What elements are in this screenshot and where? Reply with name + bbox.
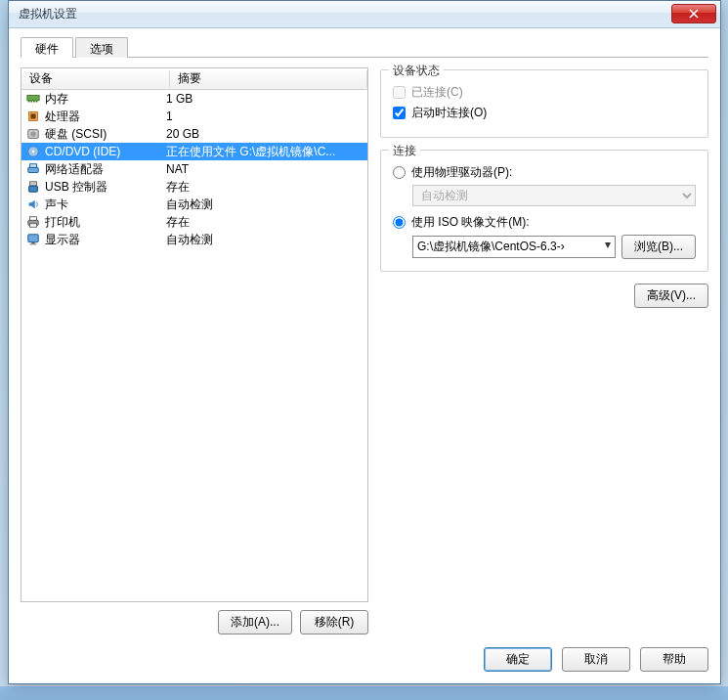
svg-rect-1: [28, 101, 30, 103]
hardware-row[interactable]: 打印机存在: [21, 213, 367, 231]
connected-checkbox[interactable]: [393, 86, 406, 99]
hardware-row[interactable]: 声卡自动检测: [21, 196, 367, 213]
cd-icon: [25, 144, 41, 159]
physical-radio[interactable]: [393, 166, 406, 179]
tab-hardware[interactable]: 硬件: [21, 37, 73, 58]
hardware-list-pane: 设备 摘要 内存1 GB处理器1硬盘 (SCSI)20 GBCD/DVD (ID…: [21, 67, 368, 634]
add-hardware-button[interactable]: 添加(A)...: [218, 610, 292, 634]
poweron-checkbox-row[interactable]: 启动时连接(O): [393, 105, 696, 121]
iso-radio[interactable]: [393, 216, 406, 229]
table-header: 设备 摘要: [21, 68, 367, 90]
connected-label: 已连接(C): [411, 84, 463, 101]
hardware-buttons: 添加(A)... 移除(R): [21, 610, 368, 634]
device-summary: 1: [166, 109, 364, 123]
vm-settings-dialog: 虚拟机设置 硬件 选项 设备 摘要 内存1 GB处理器1硬盘 (SCSI)20 …: [8, 0, 721, 684]
device-summary: 存在: [166, 179, 364, 196]
dialog-footer: 确定 取消 帮助: [484, 647, 708, 672]
iso-label: 使用 ISO 映像文件(M):: [411, 214, 530, 231]
device-summary: 20 GB: [166, 127, 364, 141]
titlebar: 虚拟机设置: [9, 1, 720, 28]
connection-title: 连接: [389, 143, 420, 159]
cpu-icon: [25, 109, 41, 124]
connection-group: 连接 使用物理驱动器(P): 自动检测 使用 ISO 映像文件(M):: [380, 150, 708, 272]
hardware-row[interactable]: USB 控制器存在: [21, 178, 367, 196]
hardware-row[interactable]: 内存1 GB: [21, 90, 367, 108]
dialog-body: 硬件 选项 设备 摘要 内存1 GB处理器1硬盘 (SCSI)20 GBCD/D…: [9, 28, 720, 683]
svg-point-8: [30, 131, 35, 136]
hardware-row[interactable]: 处理器1: [21, 108, 367, 125]
close-icon: [689, 9, 699, 19]
hardware-row[interactable]: CD/DVD (IDE)正在使用文件 G:\虚拟机镜像\C...: [21, 143, 367, 160]
memory-icon: [25, 91, 41, 107]
ok-button[interactable]: 确定: [484, 647, 552, 672]
svg-rect-3: [33, 101, 35, 103]
advanced-button[interactable]: 高级(V)...: [634, 284, 708, 308]
device-summary: NAT: [166, 162, 364, 176]
sound-icon: [25, 197, 41, 212]
cancel-button[interactable]: 取消: [562, 647, 630, 672]
device-name: 处理器: [45, 109, 80, 125]
table-body: 内存1 GB处理器1硬盘 (SCSI)20 GBCD/DVD (IDE)正在使用…: [21, 90, 367, 248]
connected-checkbox-row[interactable]: 已连接(C): [393, 84, 696, 101]
content-area: 设备 摘要 内存1 GB处理器1硬盘 (SCSI)20 GBCD/DVD (ID…: [21, 58, 708, 634]
device-summary: 存在: [166, 214, 364, 231]
svg-rect-16: [30, 217, 37, 221]
device-status-title: 设备状态: [389, 63, 444, 79]
window-title: 虚拟机设置: [19, 6, 671, 22]
iso-path-combo[interactable]: G:\虚拟机镜像\CentOS-6.3-›: [412, 236, 616, 258]
device-summary: 正在使用文件 G:\虚拟机镜像\C...: [166, 144, 364, 160]
advanced-row: 高级(V)...: [380, 284, 708, 308]
svg-rect-17: [30, 224, 37, 228]
remove-hardware-button[interactable]: 移除(R): [300, 610, 368, 634]
svg-point-10: [32, 151, 35, 153]
usb-icon: [25, 179, 41, 195]
device-status-group: 设备状态 已连接(C) 启动时连接(O): [380, 69, 708, 138]
net-icon: [25, 161, 41, 177]
svg-rect-13: [30, 182, 37, 186]
svg-rect-18: [28, 235, 39, 242]
header-device[interactable]: 设备: [21, 70, 170, 87]
physical-combo-wrap: 自动检测: [412, 185, 696, 206]
taskbar: [0, 686, 728, 700]
device-name: 显示器: [45, 232, 80, 248]
device-name: 打印机: [45, 214, 80, 231]
hardware-row[interactable]: 硬盘 (SCSI)20 GB: [21, 125, 367, 143]
physical-label: 使用物理驱动器(P):: [411, 164, 512, 181]
svg-rect-19: [31, 242, 35, 244]
poweron-checkbox[interactable]: [393, 107, 406, 119]
hardware-row[interactable]: 显示器自动检测: [21, 231, 367, 248]
device-summary: 自动检测: [166, 232, 364, 248]
device-name: 声卡: [45, 197, 68, 213]
svg-rect-12: [30, 164, 37, 168]
device-name: 网络适配器: [45, 161, 104, 178]
tab-options[interactable]: 选项: [75, 37, 128, 58]
hardware-table: 设备 摘要 内存1 GB处理器1硬盘 (SCSI)20 GBCD/DVD (ID…: [21, 67, 368, 602]
device-name: 硬盘 (SCSI): [45, 126, 107, 143]
hardware-row[interactable]: 网络适配器NAT: [21, 160, 367, 178]
iso-combo-row: G:\虚拟机镜像\CentOS-6.3-› 浏览(B)...: [412, 235, 696, 259]
printer-icon: [25, 214, 41, 230]
device-summary: 自动检测: [166, 197, 364, 213]
help-button[interactable]: 帮助: [640, 647, 708, 672]
svg-rect-4: [36, 101, 38, 103]
svg-rect-0: [27, 96, 39, 101]
svg-rect-11: [28, 167, 39, 172]
device-name: 内存: [45, 91, 68, 108]
svg-rect-2: [30, 101, 32, 103]
svg-rect-6: [30, 113, 35, 118]
svg-rect-20: [30, 243, 37, 244]
browse-button[interactable]: 浏览(B)...: [621, 235, 696, 259]
poweron-label: 启动时连接(O): [411, 105, 487, 121]
iso-radio-row[interactable]: 使用 ISO 映像文件(M):: [393, 214, 696, 231]
detail-pane: 设备状态 已连接(C) 启动时连接(O) 连接 使用物理驱动器(P):: [380, 67, 708, 634]
disk-icon: [25, 126, 41, 142]
svg-rect-14: [29, 186, 38, 192]
display-icon: [25, 232, 41, 247]
physical-drive-combo[interactable]: 自动检测: [412, 185, 696, 206]
physical-radio-row[interactable]: 使用物理驱动器(P):: [393, 164, 696, 181]
header-summary[interactable]: 摘要: [170, 70, 367, 87]
device-summary: 1 GB: [166, 92, 364, 106]
tab-bar: 硬件 选项: [21, 36, 708, 58]
close-button[interactable]: [671, 4, 716, 23]
device-name: USB 控制器: [45, 179, 107, 196]
